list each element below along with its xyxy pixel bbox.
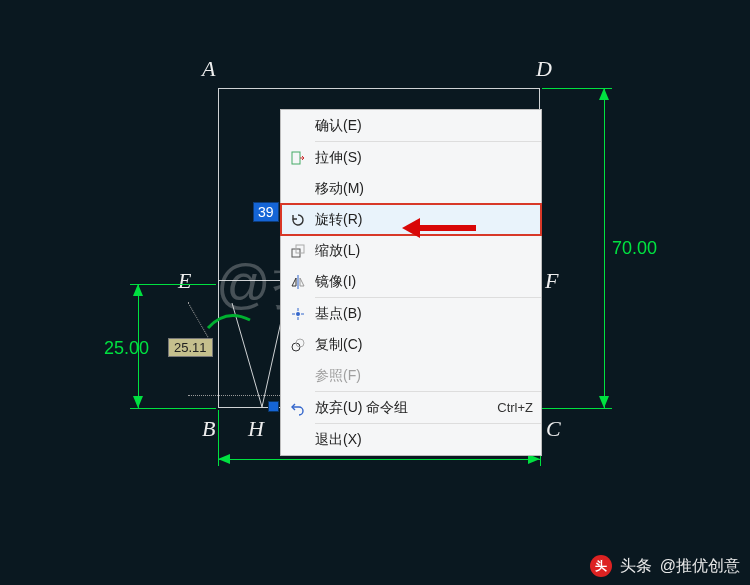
dim-bottom-line xyxy=(218,459,540,460)
menu-label: 参照(F) xyxy=(315,367,533,385)
menu-item-reference: 参照(F) xyxy=(281,360,541,391)
vertex-f: F xyxy=(545,268,558,294)
menu-item-stretch[interactable]: 拉伸(S) xyxy=(281,142,541,173)
menu-label: 移动(M) xyxy=(315,180,533,198)
dim-right-arrow-t xyxy=(599,88,609,100)
menu-label: 基点(B) xyxy=(315,305,533,323)
menu-label: 镜像(I) xyxy=(315,273,533,291)
menu-label: 缩放(L) xyxy=(315,242,533,260)
stretch-icon xyxy=(281,150,315,166)
vertex-h: H xyxy=(248,416,264,442)
vertex-b: B xyxy=(202,416,215,442)
rotate-icon xyxy=(281,212,315,228)
copy-icon xyxy=(281,337,315,353)
menu-label: 复制(C) xyxy=(315,336,533,354)
menu-item-basepoint[interactable]: 基点(B) xyxy=(281,298,541,329)
dim-left-text: 25.00 xyxy=(104,338,149,359)
menu-item-scale[interactable]: 缩放(L) xyxy=(281,235,541,266)
source-credit: 头 头条 @推优创意 xyxy=(590,555,740,577)
vertex-a: A xyxy=(202,56,215,82)
menu-label: 拉伸(S) xyxy=(315,149,533,167)
vertex-d: D xyxy=(536,56,552,82)
menu-label: 退出(X) xyxy=(315,431,533,449)
dim-left-arrow-t xyxy=(133,284,143,296)
dim-right-text: 70.00 xyxy=(612,238,657,259)
vertex-e: E xyxy=(178,268,191,294)
dim-right-line xyxy=(604,88,605,408)
source-label: 头条 xyxy=(620,556,652,577)
menu-label: 放弃(U) 命令组 xyxy=(315,399,497,417)
distance-input[interactable]: 39 xyxy=(253,202,279,222)
menu-item-mirror[interactable]: 镜像(I) xyxy=(281,266,541,297)
svg-point-3 xyxy=(296,312,300,316)
toutiao-logo-icon: 头 xyxy=(590,555,612,577)
menu-item-copy[interactable]: 复制(C) xyxy=(281,329,541,360)
dim-right-arrow-b xyxy=(599,396,609,408)
menu-label: 确认(E) xyxy=(315,117,533,135)
cad-canvas[interactable]: A D E F B H C 70.00 70.00 25.00 39 25 xyxy=(0,0,750,585)
dim-right-ext-bot xyxy=(542,408,612,409)
dim-left-arrow-b xyxy=(133,396,143,408)
scale-icon xyxy=(281,243,315,259)
menu-item-confirm[interactable]: 确认(E) xyxy=(281,110,541,141)
menu-item-move[interactable]: 移动(M) xyxy=(281,173,541,204)
callout-arrow xyxy=(418,225,476,231)
context-menu: 确认(E) 拉伸(S) 移动(M) 旋转(R) 缩放(L) xyxy=(280,109,542,456)
dim-bottom-arrow-l xyxy=(218,454,230,464)
measure-tooltip: 25.11 xyxy=(168,338,213,357)
author-label: @推优创意 xyxy=(660,556,740,577)
undo-icon xyxy=(281,400,315,416)
mirror-icon xyxy=(281,274,315,290)
menu-item-undo[interactable]: 放弃(U) 命令组 Ctrl+Z xyxy=(281,392,541,423)
basepoint-icon xyxy=(281,306,315,322)
menu-item-exit[interactable]: 退出(X) xyxy=(281,424,541,455)
dim-left-ext-bot xyxy=(130,408,216,409)
svg-rect-0 xyxy=(292,152,300,164)
vertex-c: C xyxy=(546,416,561,442)
menu-shortcut: Ctrl+Z xyxy=(497,400,533,415)
